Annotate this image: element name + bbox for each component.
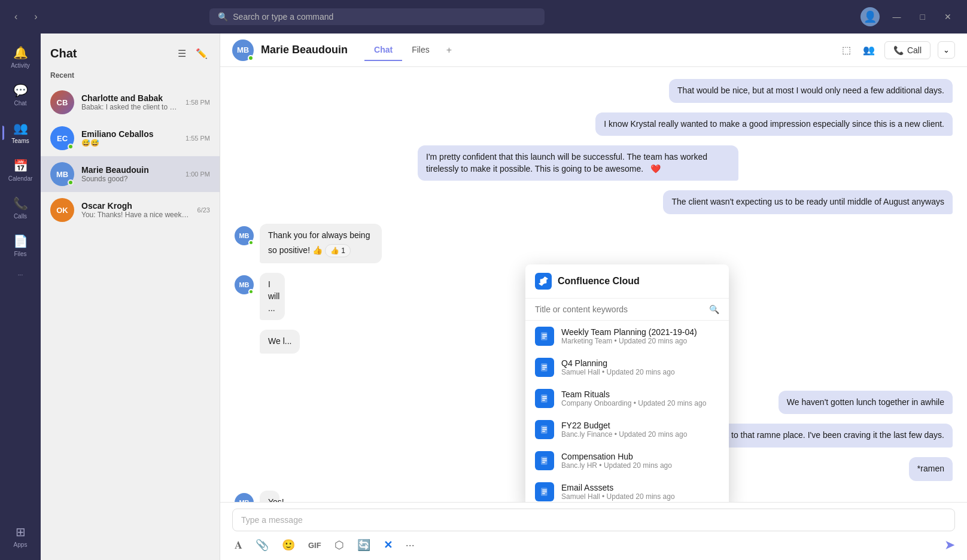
item-name: Q4 Planning — [561, 358, 719, 368]
item-name: FY22 Budget — [561, 421, 719, 430]
confluence-search[interactable]: 🔍 — [525, 299, 729, 321]
message-bubble: I know Krystal really wanted to make a g… — [595, 112, 953, 136]
confluence-search-input[interactable] — [535, 305, 704, 314]
search-placeholder: Search or type a command — [233, 12, 536, 22]
nav-back-button[interactable]: ‹ — [10, 9, 22, 25]
sidebar-item-apps[interactable]: ⊞ Apps — [2, 519, 38, 554]
message-text: I will ... — [268, 279, 279, 312]
chat-item-oscar[interactable]: OK Oscar Krogh You: Thanks! Have a nice … — [41, 192, 220, 228]
sticker-tool[interactable]: ⬡ — [332, 536, 346, 554]
chat-preview: You: Thanks! Have a nice weekend — [81, 211, 190, 219]
nav-forward-button[interactable]: › — [29, 9, 42, 25]
add-tab-button[interactable]: + — [439, 40, 459, 60]
item-meta: Marketing Team • Updated 20 mins ago — [561, 337, 719, 345]
reaction-badge[interactable]: 👍 1 — [325, 244, 351, 258]
chat-preview: Sounds good? — [81, 175, 178, 183]
online-indicator — [68, 179, 74, 185]
confluence-header: Confluence Cloud — [525, 264, 729, 299]
sidebar-item-calendar[interactable]: 📅 Calendar — [2, 153, 38, 188]
chat-item-marie[interactable]: MB Marie Beaudouin Sounds good? 1:00 PM — [41, 156, 220, 192]
loop-tool[interactable]: 🔄 — [355, 536, 373, 554]
message-bubble: I will ... — [260, 273, 285, 320]
message-avatar: MB — [235, 493, 254, 502]
message-bubble: Thank you for always being so positive! … — [260, 224, 382, 263]
search-icon: 🔍 — [218, 12, 228, 22]
more-tool[interactable]: ··· — [403, 537, 417, 554]
format-tool[interactable]: 𝐀 — [232, 537, 245, 554]
title-bar: ‹ › 🔍 Search or type a command 👤 — □ ✕ — [0, 0, 967, 34]
confluence-item-4[interactable]: FY22 Budget Banc.ly Finance • Updated 20… — [525, 414, 729, 445]
item-meta: Banc.ly HR • Updated 20 mins ago — [561, 461, 719, 470]
confluence-item-2[interactable]: Q4 Planning Samuel Hall • Updated 20 min… — [525, 352, 729, 383]
apps-icon: ⊞ — [16, 525, 26, 539]
chat-item-emiliano[interactable]: EC Emiliano Ceballos 😅😅 1:55 PM — [41, 120, 220, 156]
maximize-button[interactable]: □ — [914, 10, 931, 24]
sidebar-label-calls: Calls — [14, 213, 27, 220]
confluence-item-5[interactable]: Compensation Hub Banc.ly HR • Updated 20… — [525, 445, 729, 476]
confluence-title: Confluence Cloud — [558, 276, 640, 287]
compose-area: Type a message 𝐀 📎 🙂 GIF ⬡ 🔄 ✕ ··· ➤ — [220, 502, 967, 560]
message-text: I know Krystal really wanted to make a g… — [604, 119, 944, 129]
confluence-tool[interactable]: ✕ — [381, 536, 395, 554]
filter-button[interactable]: ☰ — [175, 45, 188, 62]
message-bubble: That would be nice, but at most I would … — [669, 79, 953, 103]
message-row: MB Thank you for always being so positiv… — [235, 224, 953, 263]
confluence-item-1[interactable]: Weekly Team Planning (2021-19-04) Market… — [525, 321, 729, 352]
contact-online-dot — [248, 55, 254, 61]
item-meta: Company Onboarding • Updated 20 mins ago — [561, 399, 719, 407]
new-chat-button[interactable]: ✏️ — [193, 45, 210, 62]
contact-name: Marie Beaudouin — [261, 44, 348, 56]
confluence-item-6[interactable]: Email Asssets Samuel Hall • Updated 20 m… — [525, 476, 729, 502]
doc-icon — [535, 389, 554, 408]
chat-info-marie: Marie Beaudouin Sounds good? — [81, 165, 178, 183]
emoji-tool[interactable]: 🙂 — [279, 536, 297, 554]
close-button[interactable]: ✕ — [938, 10, 957, 24]
confluence-item-info: Weekly Team Planning (2021-19-04) Market… — [561, 327, 719, 345]
confluence-popup: Confluence Cloud 🔍 Weekly Team Planning … — [525, 264, 729, 502]
avatar-marie: MB — [50, 162, 74, 186]
call-button[interactable]: 📞 Call — [884, 41, 930, 59]
tab-files[interactable]: Files — [402, 40, 439, 61]
message-text: We l... — [268, 336, 291, 346]
sidebar-item-teams[interactable]: 👥 Teams — [2, 115, 38, 150]
sidebar-item-calls[interactable]: 📞 Calls — [2, 190, 38, 226]
sidebar-item-activity[interactable]: 🔔 Activity — [2, 39, 38, 75]
search-icon: 🔍 — [709, 305, 719, 314]
chat-name: Emiliano Ceballos — [81, 129, 178, 139]
chat-time: 1:55 PM — [186, 135, 210, 142]
sidebar-item-more[interactable]: ··· — [2, 266, 38, 284]
recent-label: Recent — [41, 69, 220, 84]
sidebar-item-chat[interactable]: 💬 Chat — [2, 77, 38, 112]
sidebar-item-files[interactable]: 📄 Files — [2, 228, 38, 263]
sidebar-label-apps: Apps — [14, 541, 28, 548]
chat-tabs: Chat Files + — [364, 40, 459, 60]
gif-tool[interactable]: GIF — [306, 538, 324, 552]
send-button[interactable]: ➤ — [944, 537, 955, 553]
chat-time: 1:58 PM — [186, 99, 210, 106]
compose-box[interactable]: Type a message — [232, 509, 955, 531]
message-bubble: The client wasn't expecting us to be rea… — [663, 190, 953, 214]
confluence-item-info: Email Asssets Samuel Hall • Updated 20 m… — [561, 483, 719, 501]
attach-tool[interactable]: 📎 — [253, 536, 271, 554]
item-meta: Banc.ly Finance • Updated 20 mins ago — [561, 430, 719, 439]
message-text: I'm pretty confident that this launch wi… — [426, 152, 707, 174]
messages-container: That would be nice, but at most I would … — [220, 67, 967, 502]
message-text: The client wasn't expecting us to be rea… — [671, 197, 944, 206]
confluence-item-info: Q4 Planning Samuel Hall • Updated 20 min… — [561, 358, 719, 376]
tab-chat[interactable]: Chat — [364, 40, 402, 61]
chat-item-charlotte-babak[interactable]: CB Charlotte and Babak Babak: I asked th… — [41, 84, 220, 120]
compose-placeholder: Type a message — [241, 515, 303, 525]
confluence-icon — [535, 273, 552, 290]
people-button[interactable]: 👥 — [860, 42, 877, 58]
minimize-button[interactable]: — — [887, 10, 907, 24]
confluence-item-3[interactable]: Team Rituals Company Onboarding • Update… — [525, 383, 729, 414]
message-bubble: Yes! — [260, 491, 279, 502]
user-avatar[interactable]: 👤 — [860, 7, 880, 26]
search-bar[interactable]: 🔍 Search or type a command — [209, 8, 545, 25]
message-row: That would be nice, but at most I would … — [235, 79, 953, 103]
chat-list-title: Chat — [50, 47, 77, 60]
online-indicator — [68, 144, 74, 150]
more-options-button[interactable]: ⌄ — [938, 41, 955, 59]
popout-button[interactable]: ⬚ — [840, 42, 853, 58]
item-name: Team Rituals — [561, 389, 719, 399]
